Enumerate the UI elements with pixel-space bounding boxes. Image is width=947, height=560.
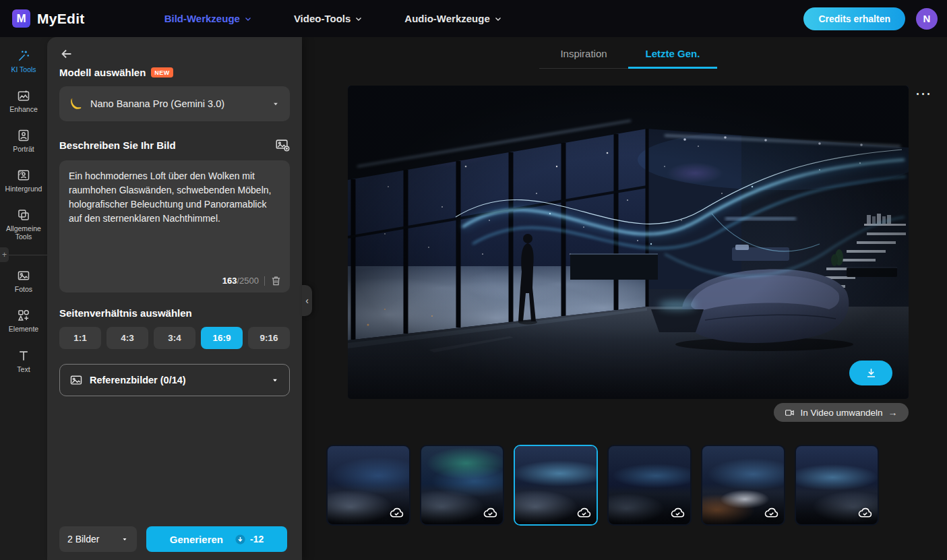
cloud-download-icon[interactable] <box>389 505 404 521</box>
credit-coin-icon <box>234 533 247 546</box>
panel-bottom-bar: 2 Bilder Generieren -12 <box>59 526 287 552</box>
chevron-down-icon <box>494 15 502 23</box>
elements-icon <box>17 309 30 322</box>
more-options-button[interactable]: ⋯ <box>912 87 935 104</box>
background-icon <box>17 168 30 182</box>
generate-button[interactable]: Generieren -12 <box>146 526 287 552</box>
cloud-download-icon[interactable] <box>576 505 592 521</box>
rail-item-label: KI Tools <box>11 65 36 73</box>
generation-thumbnail-1[interactable] <box>326 445 410 526</box>
batch-count-select[interactable]: 2 Bilder <box>59 526 137 552</box>
rail-item-label: Elemente <box>9 325 38 333</box>
char-max: /2500 <box>237 276 259 286</box>
myedit-logo-icon: M <box>12 9 30 28</box>
prompt-input[interactable]: Ein hochmodernes Loft über den Wolken mi… <box>59 160 290 263</box>
generation-thumbnail-3-selected[interactable] <box>514 445 598 526</box>
image-prompt-icon[interactable] <box>275 137 290 152</box>
chevron-down-icon <box>270 375 280 385</box>
video-icon <box>785 408 795 418</box>
user-avatar[interactable]: N <box>916 8 938 30</box>
menu-audio-werkzeuge[interactable]: Audio-Werkzeuge <box>404 13 501 24</box>
generated-image-preview[interactable] <box>348 86 909 399</box>
cloud-download-icon[interactable] <box>764 505 779 521</box>
enhance-image-icon <box>17 89 30 102</box>
rail-item-elemente[interactable]: Elemente <box>1 303 46 338</box>
tab-letzte-gen[interactable]: Letzte Gen. <box>628 37 717 69</box>
aspect-ratio-group: 1:1 4:3 3:4 16:9 9:16 <box>59 327 290 349</box>
batch-count-label: 2 Bilder <box>67 534 121 545</box>
menu-bild-werkzeuge[interactable]: Bild-Werkzeuge <box>164 13 252 24</box>
rail-item-label: Allgemeine Tools <box>2 224 45 241</box>
rail-item-label: Fotos <box>15 285 32 293</box>
new-badge: NEW <box>151 67 173 77</box>
cloud-download-icon[interactable] <box>857 505 873 521</box>
arrow-right-icon: → <box>888 407 898 418</box>
rail-item-fotos[interactable]: Fotos <box>1 263 46 299</box>
download-image-button[interactable] <box>849 361 892 385</box>
aspect-3-4[interactable]: 3:4 <box>154 327 195 349</box>
chevron-down-icon <box>355 15 363 23</box>
general-tools-icon <box>17 208 30 222</box>
convert-to-video-button[interactable]: In Video umwandeln → <box>774 403 909 422</box>
generation-panel: Modell auswählen NEW Nano Banana Pro (Ge… <box>47 37 302 560</box>
generate-label: Generieren <box>170 534 223 545</box>
chevron-down-icon <box>121 535 129 543</box>
myedit-logo[interactable]: M MyEdit <box>12 9 85 28</box>
rail-item-portraet[interactable]: Porträt <box>1 123 46 158</box>
portrait-icon <box>17 129 30 142</box>
generation-thumbnail-2[interactable] <box>420 445 504 526</box>
credit-cost-value: -12 <box>250 534 264 545</box>
rail-item-hintergrund[interactable]: Hintergrund <box>1 163 46 198</box>
rail-item-label: Hintergrund <box>5 185 42 193</box>
aspect-9-16[interactable]: 9:16 <box>248 327 290 349</box>
describe-section-title: Beschreiben Sie Ihr Bild <box>59 139 275 151</box>
tool-rail: KI Tools Enhance Porträt Hintergrund All… <box>0 37 47 560</box>
model-section-title: Modell auswählen <box>59 67 146 78</box>
model-select[interactable]: Nano Banana Pro (Gemini 3.0) <box>59 86 290 121</box>
cloud-download-icon[interactable] <box>670 505 685 521</box>
magic-wand-icon <box>17 49 30 63</box>
cloud-download-icon[interactable] <box>483 505 498 521</box>
hero-scene-svg <box>348 86 909 399</box>
myedit-logo-text: MyEdit <box>37 11 85 27</box>
credit-cost-badge: -12 <box>234 533 264 546</box>
arrow-left-icon <box>59 46 74 61</box>
chevron-down-icon <box>244 15 252 23</box>
text-icon <box>17 349 30 363</box>
add-tool-button[interactable]: + <box>0 247 9 262</box>
banana-icon <box>69 96 84 111</box>
counter-divider <box>264 276 265 286</box>
aspect-4-3[interactable]: 4:3 <box>106 327 148 349</box>
rail-item-label: Text <box>17 365 30 373</box>
convert-label: In Video umwandeln <box>800 408 882 418</box>
generation-thumbnail-6[interactable] <box>795 445 879 526</box>
aspect-section-title: Seitenverhältnis auswählen <box>59 307 192 319</box>
aspect-16-9[interactable]: 16:9 <box>201 327 243 349</box>
rail-item-label: Porträt <box>13 145 34 153</box>
rail-divider: + <box>0 255 47 255</box>
menu-label: Audio-Werkzeuge <box>404 13 489 24</box>
model-name: Nano Banana Pro (Gemini 3.0) <box>90 98 264 109</box>
rail-item-text[interactable]: Text <box>1 344 46 379</box>
generation-thumbnail-5[interactable] <box>701 445 785 526</box>
rail-item-label: Enhance <box>9 105 37 113</box>
result-tabs: Inspiration Letzte Gen. <box>539 37 717 69</box>
tab-inspiration[interactable]: Inspiration <box>539 37 628 69</box>
back-button[interactable] <box>59 45 77 63</box>
panel-collapse-handle[interactable]: ‹ <box>302 285 312 316</box>
app-window: M MyEdit Bild-Werkzeuge Video-Tools Audi… <box>0 0 947 560</box>
prompt-box: Ein hochmodernes Loft über den Wolken mi… <box>59 160 290 292</box>
download-icon <box>865 367 878 379</box>
menu-video-tools[interactable]: Video-Tools <box>294 13 363 24</box>
rail-item-enhance[interactable]: Enhance <box>1 84 46 119</box>
generation-thumbnail-4[interactable] <box>607 445 692 526</box>
rail-item-allgemeine-tools[interactable]: Allgemeine Tools <box>1 203 46 246</box>
reference-images-dropdown[interactable]: Referenzbilder (0/14) <box>59 364 290 396</box>
trash-icon[interactable] <box>270 275 282 286</box>
aspect-1-1[interactable]: 1:1 <box>59 327 101 349</box>
char-count: 163 <box>222 276 237 286</box>
rail-item-ki-tools[interactable]: KI Tools <box>1 44 46 79</box>
top-navbar: M MyEdit Bild-Werkzeuge Video-Tools Audi… <box>0 0 947 37</box>
get-credits-button[interactable]: Credits erhalten <box>803 7 905 30</box>
navbar-right: Credits erhalten N <box>803 7 938 30</box>
